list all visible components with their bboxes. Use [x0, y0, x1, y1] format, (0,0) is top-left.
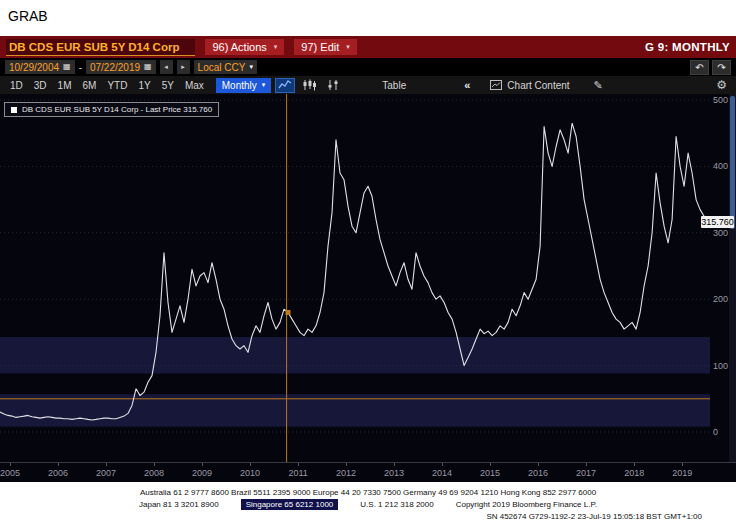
x-axis-label: 2011: [284, 468, 312, 478]
x-axis-label: 2006: [44, 468, 72, 478]
chart-canvas[interactable]: [0, 94, 710, 462]
x-axis-label: 2018: [620, 468, 648, 478]
x-axis-tick: [250, 463, 251, 466]
x-axis-label: 2005: [0, 468, 24, 478]
x-axis-tick: [442, 463, 443, 466]
x-axis-tick: [394, 463, 395, 466]
period-5y-button[interactable]: 5Y: [157, 79, 179, 92]
period-1d-button[interactable]: 1D: [5, 79, 28, 92]
frequency-value: Monthly: [222, 80, 257, 91]
calendar-icon[interactable]: ▦: [144, 63, 152, 71]
x-axis-label: 2009: [188, 468, 216, 478]
actions-label: 96) Actions: [212, 41, 266, 53]
date-separator: -: [79, 62, 82, 73]
x-axis-tick: [634, 463, 635, 466]
footer-singapore-highlight: Singapore 65 6212 1000: [241, 499, 339, 510]
chevron-down-icon: ▾: [274, 43, 278, 51]
tracker-point: [286, 310, 291, 315]
x-axis-label: 2013: [380, 468, 408, 478]
x-axis-label: 2008: [140, 468, 168, 478]
chart-legend[interactable]: DB CDS EUR SUB 5Y D14 Corp - Last Price …: [4, 102, 219, 117]
x-axis: 2005200620072008200920102011201220132014…: [0, 462, 736, 482]
terminal-footer: Australia 61 2 9777 8600 Brazil 5511 239…: [0, 482, 736, 530]
chart-content-label: Chart Content: [507, 80, 569, 91]
x-axis-label: 2017: [572, 468, 600, 478]
footer-session-info: SN 452674 G729-1192-2 23-Jul-19 15:05:18…: [0, 511, 736, 523]
x-axis-label: 2014: [428, 468, 456, 478]
actions-button[interactable]: 96) Actions ▾: [205, 39, 284, 55]
x-axis-tick: [202, 463, 203, 466]
price-line: [0, 123, 708, 420]
pencil-icon: ✎: [594, 79, 603, 91]
y-axis-label: 500: [713, 95, 728, 105]
x-axis-tick: [106, 463, 107, 466]
x-axis-tick: [10, 463, 11, 466]
grab-label: GRAB: [8, 8, 48, 24]
function-title-bar: DB CDS EUR SUB 5Y D14 Corp 96) Actions ▾…: [0, 36, 736, 58]
x-axis-label: 2007: [92, 468, 120, 478]
y-axis-label: 200: [713, 294, 728, 304]
y-axis: 0100200300400500: [711, 94, 729, 462]
shift-range-forward-button[interactable]: ▸: [177, 60, 190, 74]
x-axis-tick: [490, 463, 491, 466]
frequency-select[interactable]: Monthly ▾: [216, 78, 272, 93]
line-chart-type-button[interactable]: [275, 78, 295, 93]
period-ytd-button[interactable]: YTD: [102, 79, 132, 92]
legend-label: DB CDS EUR SUB 5Y D14 Corp - Last Price …: [22, 105, 212, 114]
chart-content-button[interactable]: Chart Content: [486, 79, 573, 92]
line-chart-icon: [278, 79, 292, 91]
footer-contacts-line1: Australia 61 2 9777 8600 Brazil 5511 239…: [0, 487, 736, 499]
footer-japan: Japan 81 3 3201 8900: [139, 500, 219, 509]
scrollbar-thumb[interactable]: [730, 96, 735, 229]
history-buttons: ↶ ↷: [690, 60, 731, 75]
window-title: GRAB: [0, 0, 736, 36]
chart-area: DB CDS EUR SUB 5Y D14 Corp - Last Price …: [0, 94, 736, 462]
y-axis-label: 0: [713, 427, 718, 437]
period-1m-button[interactable]: 1M: [53, 79, 77, 92]
x-axis-tick: [346, 463, 347, 466]
start-date-field[interactable]: 10/29/2004 ▦: [5, 60, 75, 74]
x-axis-tick: [298, 463, 299, 466]
footer-us: U.S. 1 212 318 2000: [360, 500, 433, 509]
candlestick-icon: [302, 79, 316, 91]
footer-contacts-line2: Japan 81 3 3201 8900Singapore 65 6212 10…: [0, 499, 736, 511]
x-axis-label: 2010: [236, 468, 264, 478]
chevron-down-icon: ▾: [262, 81, 266, 89]
bloomberg-terminal: DB CDS EUR SUB 5Y D14 Corp 96) Actions ▾…: [0, 36, 736, 482]
period-max-button[interactable]: Max: [180, 79, 209, 92]
edit-button[interactable]: 97) Edit ▾: [294, 39, 356, 55]
period-3d-button[interactable]: 3D: [29, 79, 52, 92]
period-6m-button[interactable]: 6M: [78, 79, 102, 92]
chevron-down-icon: ▾: [249, 63, 253, 71]
shade-band: [0, 337, 710, 374]
start-date-value: 10/29/2004: [9, 62, 59, 73]
redo-icon[interactable]: ↷: [712, 60, 731, 75]
last-price-callout: 315.760: [701, 216, 734, 228]
security-ticker[interactable]: DB CDS EUR SUB 5Y D14 Corp: [6, 39, 195, 56]
currency-select[interactable]: Local CCY ▾: [194, 60, 257, 74]
table-button[interactable]: Table: [377, 79, 411, 92]
annotate-button[interactable]: ✎: [590, 79, 607, 92]
function-page-label: G 9: MONTHLY: [645, 41, 730, 53]
date-range-bar: 10/29/2004 ▦ - 07/22/2019 ▦ ◂ ▸ Local CC…: [0, 58, 736, 76]
chevron-down-icon: ▾: [346, 43, 350, 51]
shift-range-back-button[interactable]: ◂: [160, 60, 173, 74]
x-axis-label: 2016: [524, 468, 552, 478]
collapse-panel-button[interactable]: «: [460, 79, 474, 91]
period-1y-button[interactable]: 1Y: [133, 79, 155, 92]
x-axis-label: 2019: [668, 468, 696, 478]
undo-icon[interactable]: ↶: [690, 60, 709, 75]
candlestick-chart-type-button[interactable]: [299, 78, 319, 93]
y-axis-label: 300: [713, 228, 728, 238]
edit-label: 97) Edit: [301, 41, 339, 53]
end-date-field[interactable]: 07/22/2019 ▦: [86, 60, 156, 74]
vertical-scrollbar[interactable]: [729, 94, 736, 462]
legend-marker-icon: [11, 107, 17, 113]
calendar-icon[interactable]: ▦: [63, 63, 71, 71]
currency-value: Local CCY: [198, 62, 246, 73]
x-axis-tick: [58, 463, 59, 466]
settings-button[interactable]: ⚙: [712, 78, 731, 92]
period-buttons: 1D3D1M6MYTD1Y5YMax: [5, 79, 210, 92]
footer-copyright: Copyright 2019 Bloomberg Finance L.P.: [456, 500, 597, 509]
indicators-button[interactable]: [323, 78, 343, 93]
